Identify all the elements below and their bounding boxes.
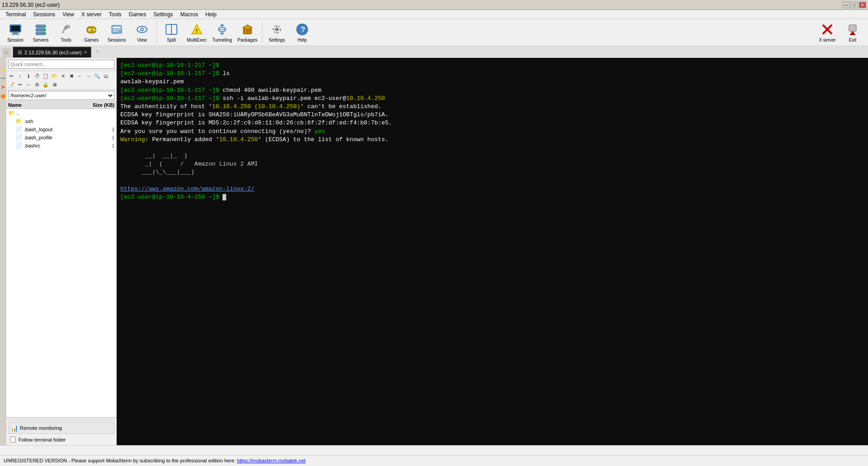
toolbar-games-label: Games: [84, 38, 99, 43]
sidebar-tool-18[interactable]: 🖥: [50, 81, 58, 89]
svg-point-14: [93, 29, 95, 30]
toolbar-multiexec[interactable]: ! MultiExec: [185, 21, 209, 44]
sidebar-tool-6[interactable]: 📁: [50, 72, 58, 80]
toolbar-tunneling[interactable]: Tunneling: [210, 21, 234, 44]
path-selector[interactable]: /home/ec2-user/: [8, 91, 114, 100]
menu-help[interactable]: Help: [202, 10, 220, 19]
quick-connect-input[interactable]: [8, 60, 114, 69]
tab-icon: 🖥: [17, 49, 23, 56]
svg-text:!: !: [196, 28, 198, 33]
toolbar-packages[interactable]: Packages: [236, 21, 259, 44]
svg-rect-18: [113, 29, 121, 30]
toolbar-games[interactable]: Games: [80, 21, 103, 44]
servers-icon: [33, 22, 48, 37]
tree-item-parent[interactable]: 📁 ..: [6, 109, 116, 117]
menu-xserver[interactable]: X server: [78, 10, 105, 19]
sidebar-tool-8[interactable]: ✖: [67, 72, 76, 80]
toolbar-separator-1: [157, 22, 157, 43]
file-bash-logout-icon: 📄: [15, 126, 22, 133]
menu-tools[interactable]: Tools: [105, 10, 125, 19]
toolbar-settings[interactable]: Settings: [265, 21, 289, 44]
menu-sessions[interactable]: Sessions: [29, 10, 59, 19]
menu-terminal[interactable]: Terminal: [2, 10, 29, 19]
toolbar-session[interactable]: Session: [4, 21, 27, 44]
tree-item-bash-logout-name: .bash_logout: [24, 127, 83, 132]
tree-item-bash-logout-size: 1: [83, 127, 114, 132]
terminal[interactable]: [ec2-user@ip-10-10-1-217 ~]$ [ec2-user@i…: [117, 58, 868, 445]
sidebar-tool-15[interactable]: ↔: [24, 81, 33, 89]
sidebar-tool-16[interactable]: ⚙: [33, 81, 41, 89]
tree-item-bash-profile-name: .bash_profile: [24, 135, 83, 140]
menu-games[interactable]: Games: [125, 10, 150, 19]
sidebar-tool-3[interactable]: ℹ: [24, 72, 33, 80]
file-bash-profile-icon: 📄: [15, 134, 22, 141]
menubar: Terminal Sessions View X server Tools Ga…: [0, 10, 868, 19]
toolbar-multiexec-label: MultiExec: [187, 38, 206, 43]
sidebar-tool-7[interactable]: ✕: [59, 72, 67, 80]
tab-nav-left[interactable]: [2, 48, 11, 57]
svg-rect-40: [849, 25, 856, 31]
tree-item-bashrc-name: .bashrc: [24, 143, 83, 148]
sidebar-tool-17[interactable]: 🔒: [42, 81, 50, 89]
accent-circle: [1, 94, 5, 99]
close-button[interactable]: ✕: [859, 2, 866, 8]
sidebar-tool-2[interactable]: ↑: [16, 72, 24, 80]
tab-reload-button[interactable]: ↻: [93, 49, 102, 54]
sidebar-toolbar: ✏ ↑ ℹ ⏱ 📋 📁 ✕ ✖ ← → 🔍 🗂 📝 ✏ ↔ ⚙ 🔒 🖥: [6, 71, 116, 90]
exit-label: Exit: [849, 38, 857, 43]
tools-icon: [59, 22, 73, 37]
xserver-icon: [820, 22, 835, 37]
toolbar-xserver[interactable]: X server: [816, 21, 839, 44]
toolbar-tools[interactable]: Tools: [54, 21, 78, 44]
sessions-list-icon: [109, 22, 124, 37]
tunneling-icon: [215, 22, 229, 37]
toolbar-split-label: Split: [167, 38, 175, 43]
follow-terminal-label: Follow terminal folder: [19, 437, 66, 442]
sidebar-tool-12[interactable]: 🗂: [102, 72, 110, 80]
file-bashrc-icon: 📄: [15, 143, 22, 149]
sidebar-tool-9[interactable]: ←: [76, 72, 84, 80]
unregistered-link[interactable]: https://mobaxterm.mobatek.net: [237, 458, 306, 463]
toolbar-exit[interactable]: Exit: [841, 21, 864, 44]
sidebar-tool-5[interactable]: 📋: [42, 72, 50, 80]
file-tree-header: Name Size (KB): [6, 101, 116, 109]
menu-settings[interactable]: Settings: [150, 10, 176, 19]
tree-item-bashrc[interactable]: 📄 .bashrc 1: [6, 142, 116, 150]
svg-rect-42: [4, 50, 9, 55]
tree-item-ssh[interactable]: 📁 .ssh: [6, 117, 116, 125]
toolbar-split[interactable]: Split: [160, 21, 183, 44]
tree-item-ssh-name: .ssh: [24, 119, 83, 124]
sidebar: ✏ ↑ ℹ ⏱ 📋 📁 ✕ ✖ ← → 🔍 🗂 📝 ✏ ↔ ⚙ 🔒 🖥 /hom…: [6, 58, 117, 445]
toolbar-view[interactable]: View: [130, 21, 154, 44]
sidebar-tool-13[interactable]: 📝: [7, 81, 15, 89]
follow-terminal-check[interactable]: [10, 437, 16, 442]
svg-rect-13: [88, 29, 91, 30]
toolbar-packages-label: Packages: [237, 38, 257, 43]
toolbar-tunneling-label: Tunneling: [212, 38, 232, 43]
menu-macros[interactable]: Macros: [177, 10, 202, 19]
unregistered-text: UNREGISTERED VERSION - Please support Mo…: [4, 458, 236, 463]
minimize-button[interactable]: —: [843, 2, 850, 8]
svg-rect-17: [113, 27, 121, 28]
tab-session[interactable]: 🖥 2 13.229.56.30 (ec2-user) ✕: [13, 47, 91, 57]
sidebar-tool-11[interactable]: 🔍: [93, 72, 101, 80]
svg-rect-19: [113, 31, 118, 32]
tree-item-bash-logout[interactable]: 📄 .bash_logout 1: [6, 125, 116, 133]
toolbar-help[interactable]: ? Help: [290, 21, 314, 44]
sidebar-tool-14[interactable]: ✏: [16, 81, 24, 89]
toolbar-servers[interactable]: Servers: [29, 21, 52, 44]
titlebar-controls: — □ ✕: [843, 2, 866, 8]
sidebar-tool-10[interactable]: →: [85, 72, 93, 80]
menu-view[interactable]: View: [59, 10, 78, 19]
maximize-button[interactable]: □: [851, 2, 858, 8]
toolbar-sessions-list[interactable]: Sessions: [105, 21, 128, 44]
sidebar-tool-4[interactable]: ⏱: [33, 72, 41, 80]
remote-monitoring-label: Remote monitoring: [20, 425, 62, 431]
split-icon: [164, 22, 179, 37]
remote-monitoring-button[interactable]: 📊 Remote monitoring: [8, 422, 114, 434]
sidebar-tool-1[interactable]: ✏: [7, 72, 15, 80]
tree-item-bashrc-size: 1: [83, 143, 114, 148]
tab-close-button[interactable]: ✕: [84, 50, 87, 55]
help-icon: ?: [295, 22, 309, 37]
tree-item-bash-profile[interactable]: 📄 .bash_profile 1: [6, 133, 116, 142]
